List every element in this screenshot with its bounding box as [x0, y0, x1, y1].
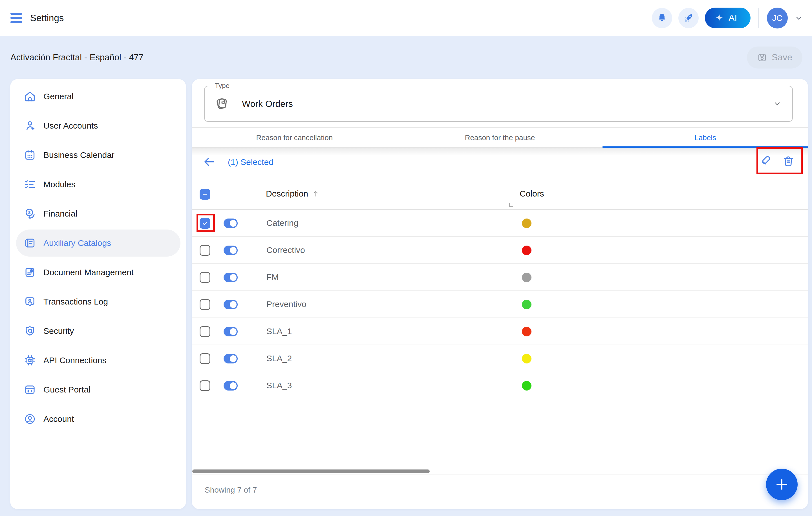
company-title: Activación Fracttal - Español - 477: [10, 53, 144, 63]
sidebar-item-business-calendar[interactable]: Business Calendar: [10, 140, 186, 170]
save-button[interactable]: Save: [747, 47, 803, 68]
select-all-checkbox[interactable]: [200, 189, 210, 200]
top-bar: Settings: [0, 0, 812, 36]
auxiliary-catalogs-panel: Type Work Orders Reason for cancellation…: [192, 79, 808, 509]
chevron-down-icon[interactable]: [794, 13, 804, 23]
ai-button-label: AI: [729, 13, 737, 23]
row-enabled-toggle[interactable]: [224, 273, 238, 282]
row-color-dot: [522, 327, 531, 336]
delete-icon[interactable]: [782, 154, 795, 168]
horizontal-scrollbar[interactable]: [192, 469, 430, 473]
description-header-label: Description: [266, 189, 308, 199]
sidebar-item-document-management[interactable]: Document Management: [10, 258, 186, 287]
home-icon: [23, 90, 37, 103]
chevron-down-icon: [773, 99, 782, 109]
account-icon: [23, 412, 37, 426]
finance-icon: $: [23, 207, 37, 221]
back-arrow-icon[interactable]: [202, 155, 216, 169]
avatar-initials: JC: [772, 13, 783, 23]
row-checkbox[interactable]: [200, 245, 210, 256]
row-enabled-toggle[interactable]: [224, 327, 238, 336]
add-label-button[interactable]: [766, 469, 798, 500]
security-icon: [23, 324, 37, 338]
tab-reason-for-the-pause[interactable]: Reason for the pause: [397, 128, 603, 147]
sidebar-item-label: Document Management: [44, 267, 134, 277]
showing-count: Showing 7 of 7: [205, 486, 257, 494]
row-enabled-toggle[interactable]: [224, 219, 238, 228]
sidebar-item-account[interactable]: Account: [10, 404, 186, 434]
tab-label: Reason for the pause: [465, 133, 535, 142]
topbar-divider: [758, 8, 759, 28]
sidebar-item-label: User Accounts: [44, 121, 98, 131]
sub-header: Activación Fracttal - Español - 477 Save: [0, 36, 812, 79]
row-description: Correctivo: [266, 245, 305, 255]
sidebar-item-label: Business Calendar: [44, 150, 114, 160]
whats-new-button[interactable]: [678, 8, 699, 28]
menu-icon[interactable]: [10, 13, 22, 23]
settings-page: Settings: [0, 0, 812, 516]
row-checkbox[interactable]: [200, 272, 210, 283]
table-row: FM: [192, 264, 808, 291]
row-enabled-toggle[interactable]: [224, 381, 238, 391]
row-enabled-toggle[interactable]: [224, 354, 238, 364]
sidebar-item-label: Account: [44, 414, 74, 424]
row-enabled-toggle[interactable]: [224, 300, 238, 309]
row-checkbox[interactable]: [200, 218, 210, 229]
tab-labels[interactable]: Labels: [603, 128, 808, 147]
column-header-description[interactable]: Description: [266, 189, 320, 199]
avatar[interactable]: JC: [767, 8, 788, 28]
labels-table: Catering Correctivo FM Preventivo: [192, 210, 808, 399]
sidebar-item-label: Transactions Log: [44, 297, 108, 307]
row-color-dot: [522, 381, 531, 391]
row-enabled-toggle[interactable]: [224, 246, 238, 255]
row-checkbox[interactable]: [200, 353, 210, 364]
row-description: SLA_1: [266, 326, 292, 336]
sidebar-item-label: Financial: [44, 209, 77, 219]
sparkle-icon: [715, 13, 724, 23]
api-icon: [23, 353, 37, 367]
row-color-dot: [522, 300, 531, 309]
page-title: Settings: [30, 13, 64, 23]
sidebar-item-api-connections[interactable]: API Connections: [10, 346, 186, 375]
sidebar-item-auxiliary-catalogs[interactable]: Auxiliary Catalogs: [10, 228, 186, 258]
checklist-icon: [23, 178, 37, 191]
column-resize-handle-icon[interactable]: [509, 203, 513, 207]
tab-reason-for-cancellation[interactable]: Reason for cancellation: [192, 128, 397, 147]
selected-count: (1) Selected: [228, 157, 273, 167]
table-row: SLA_1: [192, 318, 808, 345]
tab-bar: Reason for cancellation Reason for the p…: [192, 127, 808, 148]
sidebar-item-financial[interactable]: $ Financial: [10, 199, 186, 228]
settings-sidebar: General User Accounts Business Calendar …: [10, 79, 186, 509]
row-description: SLA_2: [266, 353, 292, 363]
row-description: SLA_3: [266, 381, 292, 390]
sidebar-item-modules[interactable]: Modules: [10, 170, 186, 199]
sidebar-item-label: Security: [44, 326, 74, 336]
row-checkbox[interactable]: [200, 380, 210, 391]
column-header-colors: Colors: [520, 189, 544, 199]
table-row: Correctivo: [192, 237, 808, 264]
guest-portal-icon: [23, 383, 37, 397]
catalog-icon: [23, 236, 37, 250]
row-color-dot: [522, 219, 531, 228]
user-add-icon: [23, 119, 37, 133]
edit-icon[interactable]: [759, 154, 773, 168]
notifications-button[interactable]: [652, 8, 672, 28]
type-select[interactable]: Type Work Orders: [204, 86, 793, 122]
sidebar-item-user-accounts[interactable]: User Accounts: [10, 111, 186, 140]
table-row: SLA_3: [192, 372, 808, 399]
row-description: Catering: [266, 218, 298, 228]
sidebar-item-guest-portal[interactable]: Guest Portal: [10, 375, 186, 404]
row-checkbox[interactable]: [200, 299, 210, 310]
row-checkbox[interactable]: [200, 326, 210, 337]
save-icon: [757, 53, 767, 63]
type-label: Type: [212, 82, 232, 90]
transactions-icon: [23, 295, 37, 309]
row-description: Preventivo: [266, 299, 307, 309]
sidebar-item-security[interactable]: Security: [10, 316, 186, 346]
sidebar-item-transactions-log[interactable]: Transactions Log: [10, 287, 186, 316]
table-header: Description Colors: [192, 179, 808, 210]
bell-icon: [656, 12, 668, 24]
sidebar-item-label: Modules: [44, 180, 75, 189]
sidebar-item-general[interactable]: General: [10, 82, 186, 111]
ai-assistant-button[interactable]: AI: [705, 8, 751, 28]
